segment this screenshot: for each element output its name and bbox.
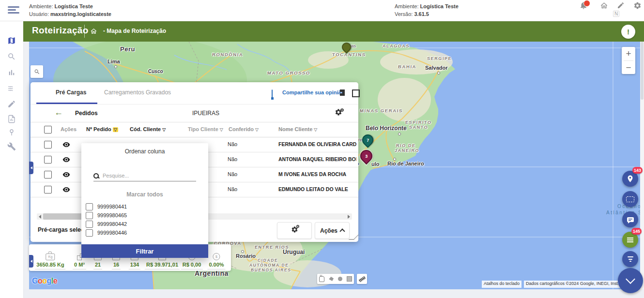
- conferido-cell: Não: [228, 186, 237, 192]
- row-checkbox[interactable]: [44, 141, 52, 149]
- map-label-cidade: CIDADE: [258, 258, 278, 263]
- option-checkbox[interactable]: [86, 221, 93, 228]
- select-all-checkbox[interactable]: [44, 126, 52, 134]
- filter-option[interactable]: 9999980442: [86, 220, 204, 228]
- tab-carregamentos-gravados[interactable]: Carregamentos Gravados: [104, 89, 171, 96]
- page-scrollbar[interactable]: [640, 42, 644, 289]
- select-all-label[interactable]: Marcar todos: [81, 191, 208, 198]
- sidebar-routes-icon[interactable]: [7, 84, 16, 93]
- option-checkbox[interactable]: [86, 203, 93, 210]
- back-button[interactable]: ←: [54, 107, 63, 118]
- sidebar-pin-icon[interactable]: [7, 128, 16, 137]
- filter-funnel-icon[interactable]: ▽: [162, 127, 166, 132]
- map-label-lima: Lima: [107, 59, 120, 64]
- column-settings-icon[interactable]: [335, 109, 342, 118]
- view-eye-icon[interactable]: [62, 141, 70, 149]
- map-label-sergipe: SERGIPE: [427, 56, 452, 61]
- pedidos-title: Pedidos: [75, 110, 98, 117]
- zoom-in-button[interactable]: +: [622, 47, 635, 60]
- filter-funnel-icon[interactable]: ▽: [314, 127, 317, 132]
- feedback-link[interactable]: Compartilhe sua opinião: [282, 89, 344, 95]
- sidebar-tools-icon[interactable]: [7, 142, 16, 151]
- fab-filter-button[interactable]: [622, 251, 638, 267]
- header-conferido[interactable]: Conferido▽: [229, 126, 259, 132]
- view-eye-icon[interactable]: [62, 171, 70, 179]
- ruler-icon: [358, 276, 366, 282]
- versao-label: Versão:: [395, 11, 413, 17]
- draw-polygon-icon[interactable]: [329, 277, 334, 281]
- filter-option[interactable]: 9999980446: [86, 228, 204, 237]
- map-search-button[interactable]: [31, 65, 43, 78]
- panel-collapse-tab[interactable]: [29, 162, 33, 174]
- nome-cell: EDMUNDO LEITAO DO VALE: [278, 186, 356, 192]
- filter-search-input[interactable]: [102, 172, 196, 179]
- header-nome-cliente[interactable]: Nome Cliente▽: [278, 126, 317, 132]
- filter-funnel-icon-active[interactable]: ▽: [113, 127, 118, 132]
- header-n-pedido[interactable]: Nº Pedido▽: [86, 126, 118, 132]
- sidebar-chart-icon[interactable]: [7, 68, 16, 77]
- row-checkbox[interactable]: [44, 186, 52, 194]
- hamburger-menu-icon[interactable]: [8, 6, 19, 14]
- conferido-cell: Não: [228, 156, 237, 162]
- panel-resize-handle[interactable]: [349, 235, 359, 240]
- sidebar-report-icon[interactable]: [7, 115, 16, 123]
- breadcrumb-home-icon[interactable]: [90, 28, 97, 35]
- option-label: 9999980441: [97, 204, 127, 209]
- fab-chat-button[interactable]: [622, 211, 638, 227]
- header-cod-cliente[interactable]: Cód. Cliente▽: [130, 126, 166, 132]
- keyboard-shortcuts-link[interactable]: Atalhos do teclado: [482, 281, 521, 288]
- edit-pencil-icon[interactable]: [617, 1, 625, 9]
- view-eye-icon[interactable]: [62, 186, 70, 194]
- scrollbar-thumb[interactable]: [641, 42, 644, 100]
- stats-collapse-tab[interactable]: [29, 255, 33, 268]
- map-label-cusco: Cusco: [148, 69, 163, 74]
- filter-option[interactable]: 9999980465: [86, 211, 204, 220]
- conferido-cell: Não: [228, 171, 237, 177]
- measure-button[interactable]: [357, 274, 367, 284]
- sidebar-search-icon[interactable]: [7, 52, 16, 61]
- draw-rectangle-icon[interactable]: [347, 276, 352, 282]
- option-checkbox[interactable]: [86, 229, 93, 237]
- fab-select-area-button[interactable]: [622, 191, 638, 207]
- chevron-up-icon: [339, 228, 345, 234]
- screen: Ambiente: Logística Teste Usuário: maxst…: [0, 0, 644, 298]
- filter-option[interactable]: 9999980441: [86, 202, 204, 211]
- sidebar-map-icon[interactable]: [7, 36, 16, 45]
- filter-funnel-icon[interactable]: ▽: [220, 127, 223, 132]
- home-icon[interactable]: [600, 1, 608, 10]
- pan-hand-icon[interactable]: [319, 276, 324, 282]
- row-checkbox[interactable]: [44, 171, 52, 179]
- draw-circle-icon[interactable]: [338, 277, 342, 281]
- option-label: 9999980465: [97, 212, 127, 218]
- footer-settings-button[interactable]: [277, 222, 312, 239]
- ambiente-label: Ambiente:: [29, 3, 53, 9]
- acoes-button[interactable]: Ações: [315, 222, 350, 239]
- scroll-left-arrow[interactable]: [39, 215, 41, 219]
- map-label-uruguai: Uruguai: [283, 249, 305, 255]
- scroll-right-arrow[interactable]: [348, 215, 350, 219]
- map-label-tocantins: TOCANTINS: [332, 52, 366, 57]
- google-logo: Google: [32, 277, 57, 285]
- usuario-label: Usuário:: [29, 11, 49, 17]
- chevron-down-icon: [626, 274, 635, 284]
- settings-gear-icon[interactable]: [633, 1, 642, 10]
- map-label-buenos-aires: BUENOS AIRES: [251, 268, 291, 272]
- filter-funnel-icon[interactable]: ▽: [255, 127, 259, 132]
- zoom-out-button[interactable]: −: [622, 61, 635, 74]
- option-checkbox[interactable]: [86, 212, 93, 219]
- view-eye-icon[interactable]: [62, 156, 70, 164]
- nome-cell: FERNANDA DE OLIVEIRA CARDO: [278, 141, 356, 147]
- dropdown-title: Ordenar coluna: [81, 148, 208, 155]
- map-label-mato-grosso: MATO GROSSO: [267, 70, 310, 75]
- row-checkbox[interactable]: [44, 156, 52, 164]
- header-tipo-cliente[interactable]: Tipo Cliente▽: [188, 126, 223, 132]
- tab-pre-cargas[interactable]: Pré Cargas: [56, 89, 86, 96]
- maximize-icon[interactable]: [352, 89, 360, 97]
- list-icon: [627, 238, 633, 238]
- appbar-divider: [84, 25, 85, 38]
- sidebar-edit-icon[interactable]: [7, 100, 16, 108]
- alert-button[interactable]: !: [621, 25, 635, 39]
- ambiente-label-2: Ambiente:: [395, 3, 419, 9]
- filtrar-button[interactable]: Filtrar: [81, 244, 208, 258]
- fab-collapse-button[interactable]: [618, 268, 643, 293]
